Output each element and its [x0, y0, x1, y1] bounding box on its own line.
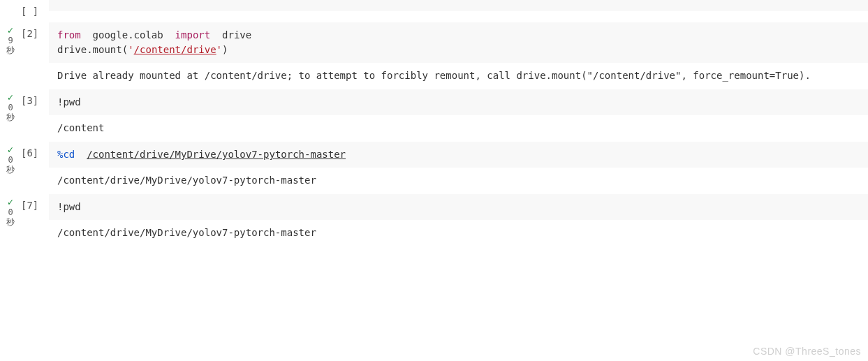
notebook-cell: ✓ 9 秒 [2] from google.colab import drive… — [0, 22, 868, 84]
module-name: google.colab — [93, 29, 163, 40]
path-link[interactable]: /content/drive/MyDrive/yolov7-pytorch-ma… — [87, 149, 346, 160]
code-text: drive.mount( — [57, 44, 128, 55]
cell-gutter: ✓ 0 秒 — [0, 194, 21, 227]
cell-main: !pwd /content/drive/MyDrive/yolov7-pytor… — [49, 194, 868, 241]
code-text: ) — [222, 44, 228, 55]
exec-time: 0 — [8, 155, 13, 165]
keyword-import: import — [175, 29, 211, 40]
import-name: drive — [222, 29, 251, 40]
string-quote: ' — [128, 44, 133, 55]
code-input[interactable]: %cd /content/drive/MyDrive/yolov7-pytorc… — [49, 142, 868, 168]
code-input[interactable]: !pwd — [49, 194, 868, 220]
string-quote: ' — [216, 44, 222, 55]
cell-gutter: ✓ 0 秒 — [0, 142, 21, 175]
cell-output: /content — [49, 115, 868, 136]
exec-time: 9 — [8, 36, 13, 45]
notebook-cell: ✓ 0 秒 [6] %cd /content/drive/MyDrive/yol… — [0, 142, 868, 189]
cell-gutter — [0, 0, 21, 3]
success-check-icon: ✓ — [8, 144, 13, 155]
magic-command: %cd — [57, 149, 75, 160]
exec-unit: 秒 — [6, 217, 15, 227]
success-check-icon: ✓ — [8, 24, 13, 36]
cell-prompt: [2] — [21, 22, 49, 39]
cell-output: /content/drive/MyDrive/yolov7-pytorch-ma… — [49, 168, 868, 189]
code-text — [75, 149, 87, 160]
cell-main — [49, 0, 868, 11]
exec-unit: 秒 — [6, 45, 15, 55]
cell-output: Drive already mounted at /content/drive;… — [49, 63, 868, 84]
exec-time: 0 — [8, 103, 13, 112]
exec-unit: 秒 — [6, 112, 15, 122]
exec-unit: 秒 — [6, 165, 15, 175]
code-input[interactable]: from google.colab import drive drive.mou… — [49, 22, 868, 63]
cell-main: !pwd /content — [49, 89, 868, 136]
keyword-from: from — [57, 29, 81, 40]
exec-time: 0 — [8, 207, 13, 217]
cell-prompt: [3] — [21, 89, 49, 106]
cell-output: /content/drive/MyDrive/yolov7-pytorch-ma… — [49, 220, 868, 241]
success-check-icon: ✓ — [8, 196, 13, 207]
notebook-cell: [ ] — [0, 0, 868, 17]
cell-main: %cd /content/drive/MyDrive/yolov7-pytorc… — [49, 142, 868, 189]
cell-prompt: [ ] — [21, 0, 49, 17]
code-input[interactable] — [49, 0, 868, 11]
success-check-icon: ✓ — [8, 91, 13, 103]
cell-prompt: [7] — [21, 194, 49, 211]
notebook-cell: ✓ 0 秒 [7] !pwd /content/drive/MyDrive/yo… — [0, 194, 868, 241]
cell-prompt: [6] — [21, 142, 49, 159]
notebook-cell: ✓ 0 秒 [3] !pwd /content — [0, 89, 868, 136]
cell-gutter: ✓ 9 秒 — [0, 22, 21, 55]
code-input[interactable]: !pwd — [49, 89, 868, 115]
string-path[interactable]: /content/drive — [134, 44, 216, 55]
cell-main: from google.colab import drive drive.mou… — [49, 22, 868, 84]
cell-gutter: ✓ 0 秒 — [0, 89, 21, 122]
